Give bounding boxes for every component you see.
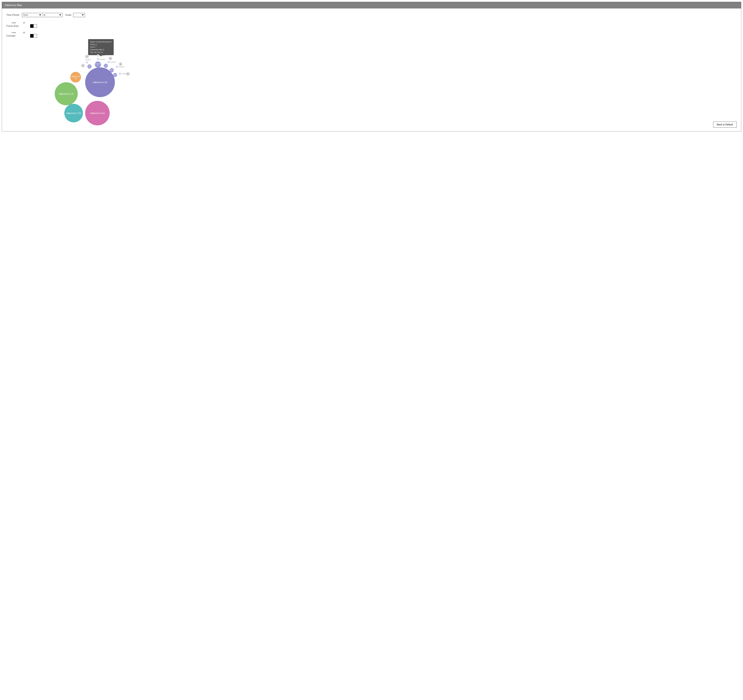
focus-c-label: Focus area C: [104, 64, 108, 67]
adjacency-d-bubble[interactable]: Adjacency D (2): [55, 82, 78, 105]
close-icon[interactable]: X: [86, 55, 89, 58]
close-icon[interactable]: X: [119, 62, 122, 65]
adjacency-c-bubble[interactable]: Adjacency C (3): [64, 104, 83, 122]
concept-e-label: Concept E: [118, 66, 124, 68]
toggle-knob: [30, 24, 34, 28]
adjacency-e-label: Adjacency E (1): [70, 76, 81, 79]
toggle-track: [34, 34, 37, 37]
bubble-canvas: Stage: Concept Development Priority: 2 S…: [2, 39, 741, 131]
concept-d-bubble[interactable]: [107, 61, 110, 63]
toggle-none-label: none: [12, 31, 16, 34]
from-label: from: [23, 14, 28, 16]
focus-area-label: Focus Area: [6, 25, 22, 27]
concept-d-label: Concept D: [110, 61, 116, 63]
scale-label: Scale: [65, 14, 71, 16]
scale-select[interactable]: [73, 13, 85, 17]
focus-area-toggle-group: none all Focus Area: [6, 22, 737, 28]
focus-f-label: Focus area F: [113, 74, 117, 76]
concept-a-label: Concept A: [85, 59, 91, 60]
toggle-all-label: all: [23, 31, 25, 34]
focus-b-label: Focus area B: [95, 63, 101, 66]
concept-f-bubble[interactable]: [119, 73, 121, 75]
page-title: Adjacency Map: [2, 2, 741, 9]
focus-a-label: Focus area A: [87, 65, 92, 68]
concept-f-label: Concept F: [121, 73, 127, 74]
focus-area-c-bubble[interactable]: Focus area C: [104, 64, 108, 68]
close-icon[interactable]: X: [81, 64, 84, 67]
tooltip-ownership: Ownership: Mike G.: [90, 49, 112, 51]
concept-label: Concept: [6, 34, 22, 37]
adjacency-d-label: Adjacency D (2): [59, 93, 74, 95]
toggle-track: [34, 24, 37, 28]
tooltip-score: Score: ?: [90, 46, 112, 49]
focus-area-a-bubble[interactable]: Focus area A: [87, 64, 92, 68]
adjacency-c-label: Adjacency C (3): [66, 112, 81, 114]
close-icon[interactable]: X: [126, 73, 129, 76]
time-period-label: Time Period: [6, 14, 22, 16]
concept-toggle-group: none all Concept: [6, 31, 737, 38]
concept-e-bubble[interactable]: [116, 65, 118, 68]
to-label: to: [43, 14, 46, 16]
to-select[interactable]: to: [42, 14, 62, 16]
concept-a-bubble[interactable]: [86, 61, 88, 64]
tooltip-tag: Tag: xxa, xxb, xxc: [90, 51, 112, 54]
adjacency-a-label: Adjacency A (6): [93, 81, 107, 83]
focus-d-label: Focus area D: [110, 69, 114, 71]
focus-area-d-bubble[interactable]: Focus area D: [110, 68, 114, 72]
app-frame: Adjacency Map Time Period from to Scale: [2, 2, 741, 132]
time-period-select[interactable]: from to: [22, 13, 62, 17]
from-select[interactable]: from: [22, 14, 42, 16]
toggle-all-label: all: [23, 22, 25, 24]
chevron-down-icon: [82, 15, 84, 16]
tooltip-stage: Stage: Concept Development: [90, 41, 112, 43]
concept-toggle[interactable]: [30, 34, 37, 38]
adjacency-b-label: Adjacency B (4): [90, 112, 105, 114]
focus-area-b-bubble[interactable]: Focus area B: [95, 61, 101, 68]
concept-c-bubble[interactable]: [97, 54, 99, 57]
concept-b-bubble[interactable]: [97, 58, 99, 60]
toggle-none-label: none: [12, 22, 16, 24]
chevron-down-icon: [59, 15, 61, 16]
focus-area-toggle[interactable]: [30, 24, 37, 28]
concept-c-label: Concept C: [99, 55, 105, 56]
tooltip-priority: Priority: 2: [90, 43, 112, 46]
concept-b-label: Concept B: [99, 59, 105, 60]
time-period-row: Time Period from to Scale: [6, 13, 737, 17]
close-icon[interactable]: X: [109, 57, 112, 60]
toggle-knob: [30, 34, 34, 37]
back-to-default-button[interactable]: Back to Default: [713, 122, 737, 128]
adjacency-e-bubble[interactable]: Adjacency E (1): [70, 72, 81, 83]
adjacency-b-bubble[interactable]: Adjacency B (4): [85, 101, 110, 125]
concept-tooltip: Stage: Concept Development Priority: 2 S…: [88, 39, 114, 55]
chevron-down-icon: [39, 15, 41, 16]
focus-area-f-bubble[interactable]: Focus area F: [113, 73, 117, 77]
controls-panel: Time Period from to Scale none all: [2, 9, 741, 39]
